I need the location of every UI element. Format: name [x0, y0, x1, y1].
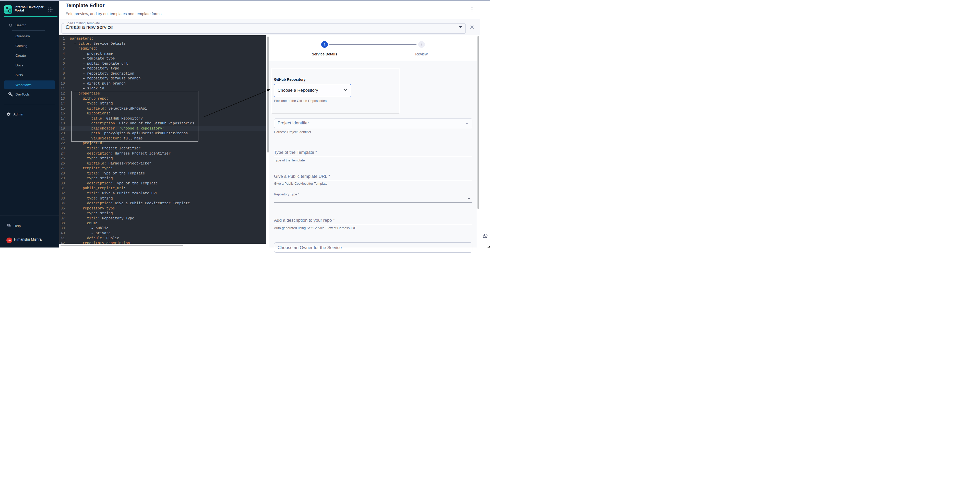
svg-text:?: ?: [8, 224, 9, 226]
